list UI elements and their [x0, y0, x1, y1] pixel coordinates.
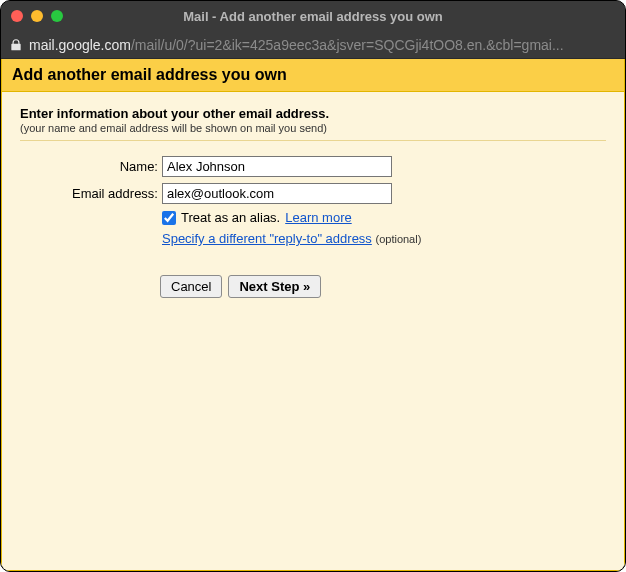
intro-title: Enter information about your other email…: [20, 106, 606, 121]
url-text: mail.google.com/mail/u/0/?ui=2&ik=425a9e…: [29, 37, 564, 53]
address-bar[interactable]: mail.google.com/mail/u/0/?ui=2&ik=425a9e…: [1, 31, 625, 59]
name-input[interactable]: [162, 156, 392, 177]
button-row: Cancel Next Step »: [160, 275, 606, 298]
email-input[interactable]: [162, 183, 392, 204]
alias-checkbox[interactable]: [162, 211, 176, 225]
window-frame: Mail - Add another email address you own…: [0, 0, 626, 572]
next-step-button[interactable]: Next Step »: [228, 275, 321, 298]
email-label: Email address:: [70, 180, 160, 207]
close-window-button[interactable]: [11, 10, 23, 22]
url-domain: mail.google.com: [29, 37, 131, 53]
learn-more-link[interactable]: Learn more: [285, 210, 351, 225]
minimize-window-button[interactable]: [31, 10, 43, 22]
page-title: Add another email address you own: [12, 66, 614, 84]
reply-to-link[interactable]: Specify a different "reply-to" address: [162, 231, 372, 246]
lock-icon: [9, 38, 23, 52]
form-area: Enter information about your other email…: [2, 92, 624, 298]
titlebar: Mail - Add another email address you own: [1, 1, 625, 31]
window-title: Mail - Add another email address you own: [1, 9, 625, 24]
divider: [20, 140, 606, 141]
optional-label: (optional): [375, 233, 421, 245]
intro-subtitle: (your name and email address will be sho…: [20, 122, 606, 134]
alias-label: Treat as an alias.: [181, 210, 280, 225]
reply-to-row: Specify a different "reply-to" address (…: [162, 231, 421, 246]
page-content: Add another email address you own Enter …: [1, 59, 625, 571]
alias-row: Treat as an alias. Learn more: [162, 210, 421, 225]
traffic-lights: [11, 10, 63, 22]
maximize-window-button[interactable]: [51, 10, 63, 22]
cancel-button[interactable]: Cancel: [160, 275, 222, 298]
name-label: Name:: [70, 153, 160, 180]
page-banner: Add another email address you own: [2, 59, 624, 92]
form-table: Name: Email address:: [70, 153, 423, 249]
url-path: /mail/u/0/?ui=2&ik=425a9eec3a&jsver=SQCG…: [131, 37, 564, 53]
